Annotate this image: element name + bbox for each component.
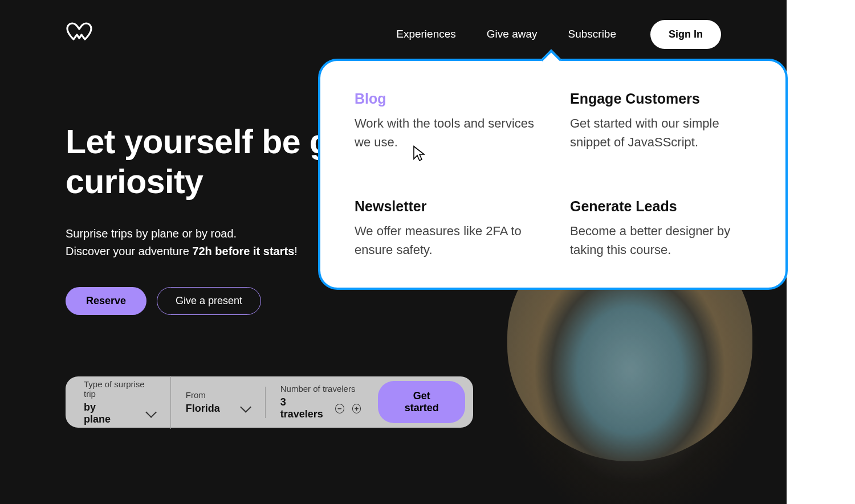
dropdown-item-desc: Get started with our simple snippet of J… <box>570 114 751 151</box>
reserve-button[interactable]: Reserve <box>66 287 146 315</box>
travelers-decrement[interactable]: − <box>335 404 344 413</box>
sign-in-button[interactable]: Sign In <box>650 20 721 49</box>
dropdown-item-engage-customers[interactable]: Engage Customers Get started with our si… <box>570 91 751 157</box>
subscribe-dropdown: Blog Work with the tools and services we… <box>318 59 788 290</box>
dropdown-item-title: Generate Leads <box>570 198 751 215</box>
subhead-line2-pre: Discover your adventure <box>66 245 192 257</box>
travelers-value: 3 travelers <box>280 396 327 420</box>
trip-from-value: Florida <box>186 403 220 415</box>
cursor-icon <box>413 145 425 165</box>
travelers-increment[interactable]: + <box>352 404 361 413</box>
get-started-button[interactable]: Get started <box>378 381 465 423</box>
dropdown-item-newsletter[interactable]: Newsletter We offer measures like 2FA to… <box>355 198 536 265</box>
nav-link-give-away[interactable]: Give away <box>487 28 538 40</box>
trip-type-label: Type of surprise trip <box>84 379 154 399</box>
nav-links: Experiences Give away Subscribe <box>396 28 616 40</box>
nav-link-experiences[interactable]: Experiences <box>396 28 456 40</box>
subhead-line2-bold: 72h before it starts <box>192 245 294 257</box>
trip-search-bar: Type of surprise trip by plane From Flor… <box>66 376 473 428</box>
trip-type-field[interactable]: Type of surprise trip by plane <box>84 379 171 425</box>
brand-logo[interactable] <box>66 21 93 47</box>
trip-from-field[interactable]: From Florida <box>171 390 266 415</box>
travelers-field: Number of travelers 3 travelers − + <box>266 384 378 420</box>
dropdown-item-desc: Become a better designer by taking this … <box>570 222 751 259</box>
dropdown-item-title: Newsletter <box>355 198 536 215</box>
cta-row: Reserve Give a present <box>66 287 261 315</box>
page-subheadline: Surprise trips by plane or by road. Disc… <box>66 225 298 260</box>
chevron-down-icon <box>145 406 157 417</box>
trip-from-label: From <box>186 390 249 400</box>
nav-link-subscribe[interactable]: Subscribe <box>568 28 617 40</box>
dropdown-item-title: Blog <box>355 91 536 107</box>
dropdown-item-title: Engage Customers <box>570 91 751 107</box>
trip-type-value: by plane <box>84 401 125 425</box>
dropdown-item-generate-leads[interactable]: Generate Leads Become a better designer … <box>570 198 751 265</box>
subhead-line2-post: ! <box>294 245 298 257</box>
dropdown-item-desc: We offer measures like 2FA to ensure saf… <box>355 222 536 259</box>
top-nav: Experiences Give away Subscribe Sign In <box>0 0 787 68</box>
logo-icon <box>66 21 93 45</box>
subhead-line1: Surprise trips by plane or by road. <box>66 227 237 240</box>
travelers-label: Number of travelers <box>280 384 361 394</box>
dropdown-item-blog[interactable]: Blog Work with the tools and services we… <box>355 91 536 157</box>
dropdown-item-desc: Work with the tools and services we use. <box>355 114 536 151</box>
give-present-button[interactable]: Give a present <box>157 287 261 315</box>
chevron-down-icon <box>240 401 251 413</box>
